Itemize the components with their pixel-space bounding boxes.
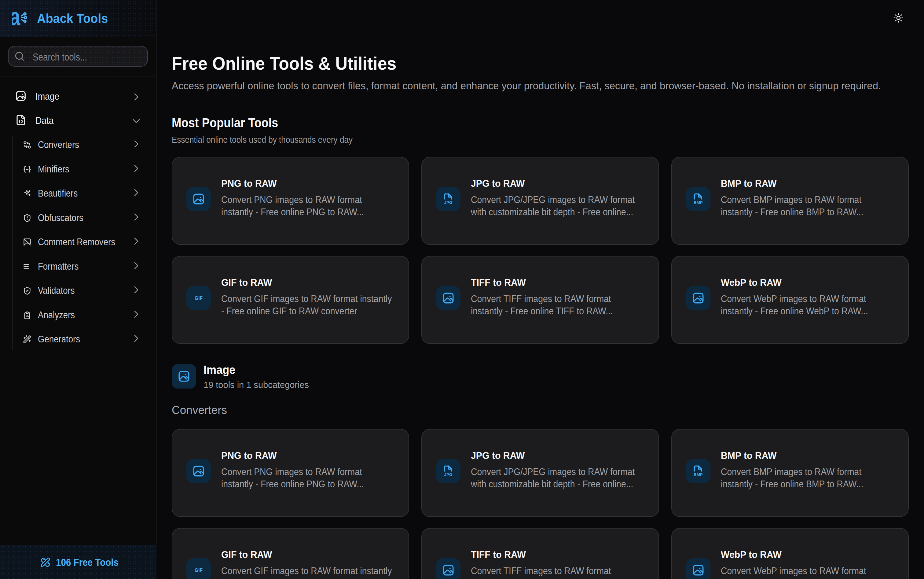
svg-text:JPG: JPG — [444, 200, 452, 205]
svg-text:a: a — [12, 4, 20, 30]
svg-text:BMP: BMP — [694, 472, 703, 477]
svg-text:GIF: GIF — [195, 568, 202, 573]
svg-text:GIF: GIF — [195, 296, 202, 301]
svg-text:BMP: BMP — [694, 200, 703, 205]
svg-text:JPG: JPG — [444, 472, 452, 477]
